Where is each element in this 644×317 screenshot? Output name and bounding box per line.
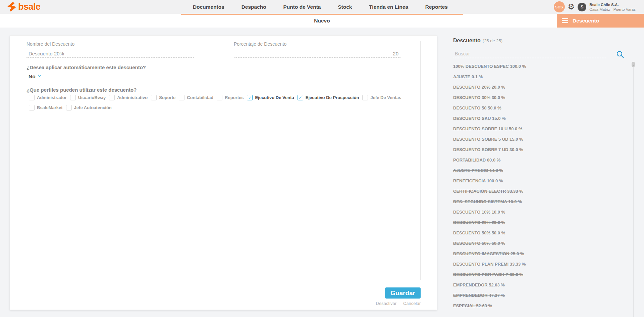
list-item[interactable]: DES. SEGUNDO SISTEMA 10.0 % xyxy=(453,196,631,207)
profile-label: Contabilidad xyxy=(187,95,213,100)
list-item[interactable]: DESCUENTO 30% 30.0 % xyxy=(453,92,631,103)
discount-list: 100% DESCUENTO ESPEC 100.0 %AJUSTE 0.1 %… xyxy=(453,61,631,311)
profile-checkbox-soporte[interactable]: Soporte xyxy=(151,95,175,100)
deactivate-link[interactable]: Desactivar xyxy=(376,301,396,306)
profile-checkbox-bsalemarket[interactable]: BsaleMarket xyxy=(29,105,63,110)
list-item[interactable]: DESCUENTO SKU 15.0 % xyxy=(453,113,631,124)
list-item[interactable]: DESCUENTO 50 50.0 % xyxy=(453,103,631,113)
app-root: bsale DocumentosDespachoPunto de VentaSt… xyxy=(0,0,644,317)
profile-checkbox-ejecutivo-de-venta[interactable]: ✓Ejecutivo De Venta xyxy=(247,95,294,100)
profile-checkbox-usuariobway[interactable]: UsuarioBway xyxy=(70,95,106,100)
company-info: Bsale Chile S.A. Casa Matriz - Puerto Va… xyxy=(589,2,636,12)
bsale-bolt-icon xyxy=(7,2,16,12)
company-branch: Casa Matriz - Puerto Varas xyxy=(589,7,636,12)
percent-input[interactable] xyxy=(234,50,400,57)
save-button[interactable]: Guardar xyxy=(385,287,421,299)
checkbox-icon xyxy=(362,95,368,100)
gear-icon[interactable]: ⚙ xyxy=(568,3,575,11)
sos-button[interactable]: SOS xyxy=(554,1,565,12)
checkbox-checked-icon: ✓ xyxy=(247,95,253,100)
list-item[interactable]: AJUSTE PRECIO 14.3 % xyxy=(453,165,631,176)
name-label: Nombre del Descuento xyxy=(26,41,74,47)
account-cluster: SOS ⚙ S Bsale Chile S.A. Casa Matriz - P… xyxy=(554,0,636,14)
scrollbar-thumb[interactable] xyxy=(632,62,635,67)
bsale-logo[interactable]: bsale xyxy=(7,2,41,12)
profile-checkbox-administrativo[interactable]: Administrativo xyxy=(109,95,148,100)
search-field-wrap xyxy=(453,50,606,58)
card-divider xyxy=(420,41,421,280)
list-item[interactable]: AJUSTE 0.1 % xyxy=(453,72,631,82)
list-item[interactable]: 100% DESCUENTO ESPEC 100.0 % xyxy=(453,61,631,72)
checkbox-checked-icon: ✓ xyxy=(298,95,303,100)
topnav-item-punto-de-venta[interactable]: Punto de Venta xyxy=(283,4,321,10)
discount-list-panel: Descuento(25 de 25) 100% DESCUENTO ESPEC… xyxy=(453,38,634,44)
avatar[interactable]: S xyxy=(578,3,586,11)
topnav-item-reportes[interactable]: Reportes xyxy=(425,4,448,10)
list-item[interactable]: PORTABILIDAD 60.0 % xyxy=(453,155,631,165)
top-navigation: DocumentosDespachoPunto de VentaStockTie… xyxy=(193,0,448,14)
profile-checkbox-contabilidad[interactable]: Contabilidad xyxy=(179,95,213,100)
checkbox-icon xyxy=(66,105,72,110)
profile-checkbox-ejecutivo-de-prospección[interactable]: ✓Ejecutivo De Prospección xyxy=(298,95,359,100)
profile-checkbox-jefe-de-ventas[interactable]: Jefe De Ventas xyxy=(362,95,401,100)
checkbox-icon xyxy=(70,95,76,100)
profile-label: Soporte xyxy=(159,95,175,100)
search-input[interactable] xyxy=(453,50,606,58)
panel-title: Descuento xyxy=(453,38,481,43)
panel-title-row: Descuento(25 de 25) xyxy=(453,38,634,44)
profiles-checkbox-group: AdministradorUsuarioBwayAdministrativoSo… xyxy=(29,95,421,110)
list-item[interactable]: CERTIFICACIÓN ELECTR 33.33 % xyxy=(453,186,631,196)
checkbox-icon xyxy=(109,95,115,100)
profile-label: Administrador xyxy=(37,95,67,100)
form-links: Desactivar Cancelar xyxy=(345,301,421,306)
topnav-item-despacho[interactable]: Despacho xyxy=(241,4,266,10)
list-item[interactable]: DESCUENTO 50% 50.0 % xyxy=(453,228,631,238)
profile-checkbox-jefe-autoatención[interactable]: Jefe Autoatención xyxy=(66,105,112,110)
list-item[interactable]: DESCUENTO PLAN PREMI 33.33 % xyxy=(453,259,631,269)
list-item[interactable]: DESCUENTO SOBRE 7 UD 30.0 % xyxy=(453,144,631,155)
list-item[interactable]: DESCUENTO SOBRE 10 U 50.0 % xyxy=(453,124,631,134)
list-item[interactable]: BENEFICENCIA 100.0 % xyxy=(453,176,631,186)
topnav-item-tienda-en-linea[interactable]: Tienda en Linea xyxy=(369,4,408,10)
company-name: Bsale Chile S.A. xyxy=(589,2,636,7)
profile-label: Jefe De Ventas xyxy=(370,95,401,100)
active-nav-underline xyxy=(181,14,463,15)
search-icon[interactable] xyxy=(616,50,625,59)
list-item[interactable]: DESCUENTO SOBRE 5 UD 15.0 % xyxy=(453,134,631,144)
checkbox-icon xyxy=(217,95,222,100)
discount-form-card: Nombre del Descuento Porcentaje de Descu… xyxy=(10,35,437,310)
auto-apply-select[interactable]: No xyxy=(29,74,42,80)
percent-field-wrap xyxy=(234,50,400,58)
list-item[interactable]: ESPECIAL 52.63 % xyxy=(453,301,631,311)
profile-label: Ejecutivo De Prospección xyxy=(306,95,359,100)
cancel-link[interactable]: Cancelar xyxy=(403,301,421,306)
panel-count: (25 de 25) xyxy=(483,38,502,43)
scrollbar-track[interactable] xyxy=(633,66,634,317)
profile-label: Jefe Autoatención xyxy=(74,105,112,110)
checkbox-icon xyxy=(179,95,184,100)
sub-navigation: Nuevo xyxy=(0,14,557,28)
list-item[interactable]: DESCUENTO IMAGESTION 25.0 % xyxy=(453,248,631,259)
sidebar-header-title: Descuento xyxy=(573,18,599,24)
subnav-item-nuevo[interactable]: Nuevo xyxy=(295,14,349,28)
list-item[interactable]: DESCUENTO 20% 20.0 % xyxy=(453,217,631,228)
list-item[interactable]: EMPRENDEDOR 52.63 % xyxy=(453,280,631,290)
list-item[interactable]: DESCUENTO 20% 20.0 % xyxy=(453,82,631,92)
brand-name: bsale xyxy=(18,2,41,12)
profile-label: BsaleMarket xyxy=(37,105,63,110)
list-item[interactable]: DESCUENTO POR PACK P 30.0 % xyxy=(453,269,631,280)
profile-label: Administrativo xyxy=(117,95,148,100)
profile-checkbox-administrador[interactable]: Administrador xyxy=(29,95,67,100)
list-item[interactable]: DESCUENTO 60% 60.0 % xyxy=(453,238,631,248)
auto-apply-value: No xyxy=(29,74,36,80)
topnav-item-stock[interactable]: Stock xyxy=(338,4,352,10)
top-bar: bsale DocumentosDespachoPunto de VentaSt… xyxy=(0,0,644,14)
sidebar-header: Descuento xyxy=(557,14,644,28)
list-item[interactable]: DESCUENTO 10% 10.0 % xyxy=(453,207,631,217)
name-input[interactable] xyxy=(26,50,194,57)
menu-icon[interactable] xyxy=(562,18,568,23)
profile-checkbox-reportes[interactable]: Reportes xyxy=(217,95,244,100)
profiles-question: ¿Que perfiles pueden utilizar este descu… xyxy=(26,87,137,93)
list-item[interactable]: EMPRENDEDOR 47.37 % xyxy=(453,290,631,301)
topnav-item-documentos[interactable]: Documentos xyxy=(193,4,224,10)
